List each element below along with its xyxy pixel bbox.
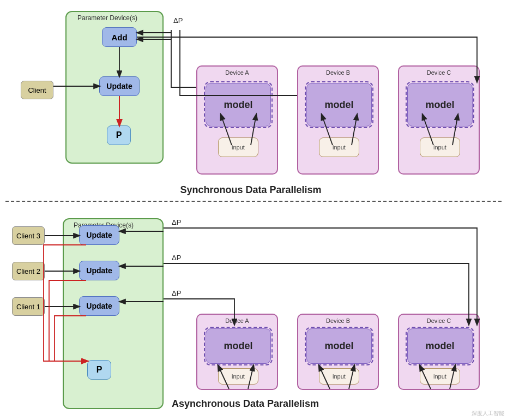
top-half: Parameter Device(s) Client Add Update P … bbox=[0, 0, 507, 202]
p-node-bottom: P bbox=[87, 360, 111, 380]
client1-box: Client 1 bbox=[12, 297, 45, 316]
diagram-container: Parameter Device(s) Client Add Update P … bbox=[0, 0, 507, 420]
input-a-bottom: input bbox=[218, 368, 258, 385]
bottom-title: Asynchronous Data Parallelism bbox=[131, 398, 360, 410]
model-a-bottom: model bbox=[206, 328, 271, 364]
input-b-top: input bbox=[319, 137, 359, 157]
delta-p-bottom-2: ΔP bbox=[172, 254, 181, 262]
update1-node: Update bbox=[79, 296, 119, 316]
bottom-half: Parameter Device(s) Client 3 Client 2 Cl… bbox=[0, 207, 507, 420]
update3-node: Update bbox=[79, 225, 119, 245]
watermark: 深度人工智能 bbox=[472, 410, 504, 417]
delta-p-bottom-1: ΔP bbox=[172, 218, 181, 226]
input-a-top: input bbox=[218, 137, 258, 157]
device-a-bottom: Device A model input bbox=[196, 314, 278, 390]
update-node-top: Update bbox=[99, 76, 140, 96]
device-b-top: Device B model input bbox=[297, 65, 379, 175]
model-b-bottom: model bbox=[306, 328, 372, 364]
client3-box: Client 3 bbox=[12, 226, 45, 245]
model-b-top: model bbox=[306, 83, 372, 127]
device-c-bottom: Device C model input bbox=[398, 314, 480, 390]
input-b-bottom: input bbox=[319, 368, 359, 385]
input-c-top: input bbox=[420, 137, 460, 157]
top-title: Synchronous Data Parallelism bbox=[153, 184, 349, 196]
client2-box: Client 2 bbox=[12, 262, 45, 280]
device-a-top: Device A model input bbox=[196, 65, 278, 175]
delta-p-bottom-3: ΔP bbox=[172, 289, 181, 297]
param-box-top-label: Parameter Device(s) bbox=[77, 14, 137, 22]
divider bbox=[5, 201, 502, 202]
model-c-bottom: model bbox=[407, 328, 473, 364]
delta-p-top: ΔP bbox=[173, 16, 183, 25]
input-c-bottom: input bbox=[420, 368, 460, 385]
client-box-top: Client bbox=[21, 81, 53, 99]
model-a-top: model bbox=[206, 83, 271, 127]
device-b-bottom: Device B model input bbox=[297, 314, 379, 390]
device-c-top: Device C model input bbox=[398, 65, 480, 175]
add-node-top: Add bbox=[102, 27, 137, 47]
model-c-top: model bbox=[407, 83, 473, 127]
p-node-top: P bbox=[107, 125, 131, 145]
update2-node: Update bbox=[79, 261, 119, 280]
